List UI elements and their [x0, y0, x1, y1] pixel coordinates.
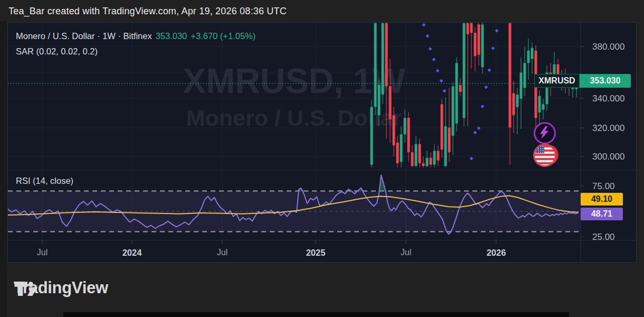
- legend-last-price: 353.030: [156, 31, 187, 41]
- svg-text:Monero / U.S. Dollar: Monero / U.S. Dollar: [186, 105, 402, 130]
- rsi-axis-label: 25.00: [592, 232, 615, 243]
- time-axis-label: Jul: [217, 248, 228, 257]
- tradingview-logo[interactable]: TradingView: [14, 278, 108, 297]
- sar-indicator-legend[interactable]: SAR (0.02, 0.02, 0.2): [16, 46, 98, 57]
- tradingview-logo-icon: [14, 278, 38, 300]
- bottom-divider-bar: [63, 312, 569, 317]
- price-axis-label: 300.000: [592, 152, 624, 162]
- symbol-badge: XMRUSD: [534, 74, 580, 88]
- time-axis-label: 2026: [487, 248, 506, 258]
- symbol-legend[interactable]: Monero / U.S. Dollar · 1W · Bitfinex353.…: [16, 31, 259, 41]
- rsi-ma-value-badge: 49.10: [581, 193, 623, 206]
- last-price-label: XMRUSD 353.030: [534, 74, 631, 88]
- price-axis-label: 320.000: [592, 123, 624, 134]
- price-badge: 353.030: [580, 74, 631, 88]
- legend-change: +3.670 (+1.05%): [191, 31, 255, 41]
- price-axis-label: 380.000: [592, 42, 624, 52]
- flag-canton: [535, 145, 544, 153]
- svg-text:XMRUSD, 1W: XMRUSD, 1W: [183, 61, 405, 100]
- tradingview-screenshot: Tea_Bar created with TradingView.com, Ap…: [0, 0, 644, 317]
- rsi-axis-label: 75.00: [592, 181, 615, 192]
- rsi-value-badge: 48.71: [581, 208, 623, 220]
- lightning-icon: [535, 124, 553, 142]
- time-axis-label: 2025: [306, 248, 326, 258]
- price-axis-label: 340.000: [592, 94, 624, 104]
- legend-symbol: Monero / U.S. Dollar · 1W · Bitfinex: [16, 31, 152, 41]
- time-axis-label: Jul: [37, 248, 48, 257]
- rsi-indicator-legend[interactable]: RSI (14, close): [16, 176, 73, 186]
- usd-flag-button[interactable]: [533, 144, 558, 167]
- instant-detail-button[interactable]: [534, 122, 556, 144]
- time-axis-label: 2024: [122, 248, 142, 258]
- time-axis-label: Jul: [401, 248, 411, 257]
- us-flag-icon: [533, 144, 556, 167]
